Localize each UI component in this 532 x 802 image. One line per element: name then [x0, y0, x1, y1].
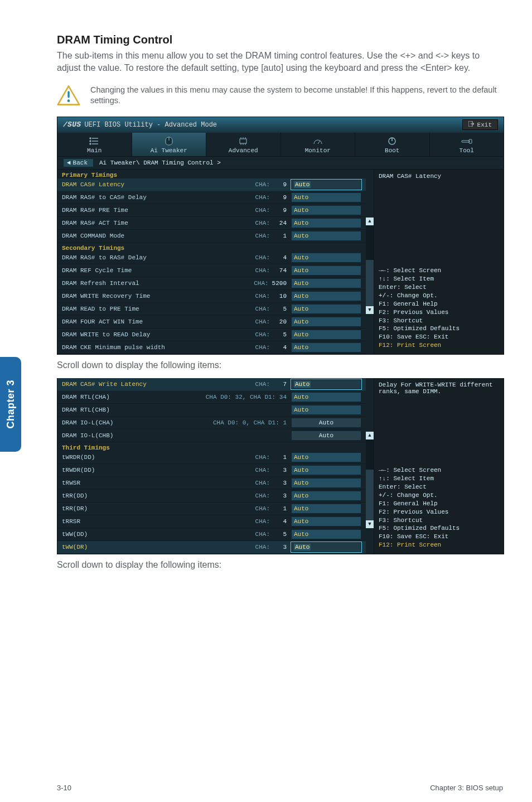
value-field[interactable]: Auto	[291, 205, 361, 215]
value-field[interactable]: Auto	[291, 452, 361, 462]
setting-row-raspre[interactable]: DRAM RAS# PRE TimeCHA:9Auto	[57, 204, 366, 217]
svg-point-4	[90, 138, 91, 139]
setting-row-twwdr[interactable]: tWW(DR)CHA:3Auto	[57, 541, 366, 554]
value-field[interactable]: Auto	[291, 253, 361, 263]
setting-row-rd2pre[interactable]: DRAM READ to PRE TimeCHA:5Auto	[57, 303, 366, 316]
setting-name: tWW(DD)	[62, 531, 229, 538]
value-field[interactable]: Auto	[291, 379, 361, 389]
setting-row-trwsr[interactable]: tRWSRCHA:3Auto	[57, 477, 366, 490]
setting-row-cas[interactable]: DRAM CAS# LatencyCHA:9Auto	[57, 178, 366, 191]
scroll-thumb[interactable]	[366, 439, 374, 470]
value-field[interactable]: Auto	[291, 504, 361, 514]
cha-value: 3	[273, 480, 287, 486]
help-line: F2: Previous Values	[379, 508, 499, 516]
value-field[interactable]: Auto	[291, 304, 361, 314]
cha-value: 3	[273, 544, 287, 550]
setting-row-trrsr[interactable]: tRRSRCHA:4Auto	[57, 515, 366, 528]
tab-tool[interactable]: Tool	[430, 133, 504, 156]
scroll-up-button[interactable]: ▲	[366, 218, 374, 225]
back-button[interactable]: ◄ Back	[63, 158, 94, 167]
value-field[interactable]: Auto	[291, 491, 361, 501]
value-field[interactable]: Auto	[291, 192, 361, 202]
value-field[interactable]: Auto	[291, 516, 361, 526]
scroll-down-button[interactable]: ▼	[366, 520, 374, 528]
value-field[interactable]: Auto	[291, 418, 361, 428]
setting-name: DRAM RTL(CHA)	[62, 394, 187, 400]
help-line: ↑↓: Select Item	[379, 275, 499, 283]
cha-label: CHA:	[236, 344, 270, 351]
value-text: Auto	[294, 505, 308, 512]
cha-value: 1	[273, 233, 287, 239]
warning-icon	[57, 85, 80, 106]
exit-icon	[468, 121, 474, 128]
setting-row-cke[interactable]: DRAM CKE Minimum pulse widthCHA:4Auto	[57, 341, 366, 354]
tab-boot[interactable]: Boot	[355, 133, 430, 156]
setting-row-rtlchb[interactable]: DRAM RTL(CHB)Auto	[57, 404, 366, 417]
value-field[interactable]: Auto	[291, 529, 361, 539]
setting-row-trwdrdd[interactable]: tRWDR(DD)CHA:3Auto	[57, 464, 366, 477]
value-field[interactable]: Auto	[291, 392, 361, 402]
scroll-down-button[interactable]: ▼	[366, 306, 374, 314]
setting-row-iolchb[interactable]: DRAM IO-L(CHB)Auto	[57, 429, 366, 442]
mouse-icon	[165, 136, 173, 146]
cha-label: CHA:	[236, 480, 270, 486]
setting-name: DRAM FOUR ACT WIN Time	[62, 318, 229, 325]
setting-row-ras2cas[interactable]: DRAM RAS# to CAS# DelayCHA:9Auto	[57, 191, 366, 204]
exit-button[interactable]: Exit	[462, 119, 498, 130]
setting-name: DRAM READ to PRE Time	[62, 306, 229, 312]
cha-value: 24	[273, 220, 287, 226]
cha-value: 74	[273, 267, 287, 274]
setting-row-caswl[interactable]: DRAM CAS# Write LatencyCHA:7Auto	[57, 378, 366, 391]
cha-value: 5	[273, 331, 287, 338]
setting-row-rasact[interactable]: DRAM RAS# ACT TimeCHA:24Auto	[57, 217, 366, 230]
value-field[interactable]: Auto	[291, 231, 361, 241]
value-text: Auto	[294, 518, 308, 525]
value-field[interactable]: Auto	[291, 218, 361, 228]
value-field[interactable]: Auto	[291, 278, 361, 288]
setting-row-faw[interactable]: DRAM FOUR ACT WIN TimeCHA:20Auto	[57, 316, 366, 328]
value-text: Auto	[294, 531, 308, 538]
scroll-up-button[interactable]: ▲	[366, 432, 374, 439]
cha-label: CHA:	[236, 318, 270, 325]
value-text: Auto	[294, 194, 308, 201]
value-text: Auto	[294, 344, 308, 351]
tab-monitor[interactable]: Monitor	[281, 133, 356, 156]
value-field[interactable]: Auto	[291, 465, 361, 475]
setting-row-refi[interactable]: DRAM Refresh IntervalCHA:5200Auto	[57, 277, 366, 290]
value-field[interactable]: Auto	[291, 330, 361, 340]
setting-row-cmd[interactable]: DRAM COMMAND ModeCHA:1Auto	[57, 230, 366, 243]
setting-row-wrrec[interactable]: DRAM WRITE Recovery TimeCHA:10Auto	[57, 290, 366, 303]
value-field[interactable]: Auto	[291, 542, 361, 552]
setting-name: DRAM WRITE to READ Delay	[62, 331, 229, 338]
value-text: Auto	[294, 381, 311, 388]
setting-row-trrdr[interactable]: tRR(DR)CHA:1Auto	[57, 503, 366, 515]
bios-window-1: /SUS UEFI BIOS Utility - Advanced Mode E…	[57, 117, 504, 355]
value-field[interactable]: Auto	[291, 180, 361, 190]
value-field[interactable]: Auto	[291, 265, 361, 276]
setting-row-rtlcha[interactable]: DRAM RTL(CHA)CHA D0: 32, CHA D1: 34Auto	[57, 391, 366, 404]
setting-row-twrdrdd[interactable]: tWRDR(DD)CHA:1Auto	[57, 451, 366, 464]
setting-row-iolcha[interactable]: DRAM IO-L(CHA)CHA D0: 0, CHA D1: 1Auto	[57, 417, 366, 429]
setting-row-ref[interactable]: DRAM REF Cycle TimeCHA:74Auto	[57, 264, 366, 277]
gauge-icon	[313, 136, 323, 146]
setting-row-ras2ras[interactable]: DRAM RAS# to RAS# DelayCHA:4Auto	[57, 252, 366, 264]
value-field[interactable]: Auto	[291, 478, 361, 488]
help-line: F5: Optimized Defaults	[379, 524, 499, 533]
value-field[interactable]: Auto	[291, 431, 361, 441]
setting-row-trrdd[interactable]: tRR(DD)CHA:3Auto	[57, 490, 366, 503]
tab-ai-tweaker[interactable]: Ai Tweaker	[132, 133, 207, 156]
value-field[interactable]: Auto	[291, 405, 361, 415]
help-line: +/-: Change Opt.	[379, 491, 499, 500]
setting-row-twwdd[interactable]: tWW(DD)CHA:5Auto	[57, 528, 366, 541]
warning-text: Changing the values in this menu may cau…	[90, 85, 503, 107]
value-field[interactable]: Auto	[291, 291, 361, 301]
scroll-thumb[interactable]	[366, 225, 374, 260]
cha-value: 9	[273, 181, 287, 188]
tab-main[interactable]: Main	[57, 133, 132, 156]
value-field[interactable]: Auto	[291, 317, 361, 327]
value-field[interactable]: Auto	[291, 342, 361, 352]
setting-row-wr2rd[interactable]: DRAM WRITE to READ DelayCHA:5Auto	[57, 328, 366, 341]
tab-advanced[interactable]: Advanced	[206, 133, 281, 156]
help-line: F1: General Help	[379, 500, 499, 508]
value-text: Auto	[294, 454, 308, 461]
